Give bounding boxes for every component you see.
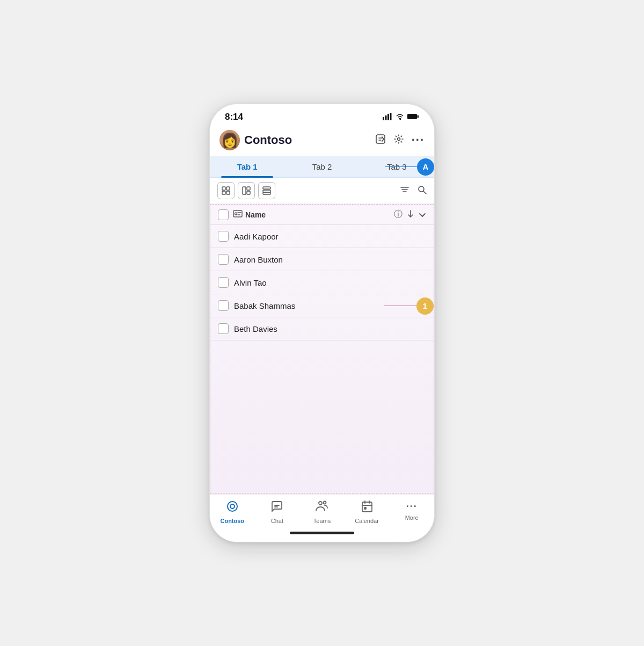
search-icon[interactable] — [417, 185, 427, 197]
nav-more-label: More — [405, 514, 419, 521]
annotation-a-wrapper: A — [385, 158, 434, 176]
list-content: Name ⓘ — [210, 204, 434, 494]
svg-point-29 — [228, 502, 237, 511]
svg-rect-6 — [418, 115, 419, 118]
svg-rect-11 — [222, 191, 225, 194]
row-name-4: Babak Shammas — [234, 301, 295, 310]
svg-rect-14 — [247, 187, 250, 190]
settings-icon[interactable] — [393, 134, 404, 147]
svg-rect-18 — [263, 192, 270, 194]
row-name-5: Beth Davies — [234, 324, 277, 333]
header-actions: ⓘ — [394, 209, 426, 220]
svg-rect-15 — [247, 191, 250, 194]
svg-rect-3 — [390, 113, 392, 120]
babak-row-wrapper: Babak Shammas 1 — [210, 294, 434, 317]
tab-1[interactable]: Tab 1 — [210, 156, 284, 177]
list-toolbar — [210, 178, 434, 204]
svg-line-23 — [423, 191, 426, 194]
nav-teams-label: Teams — [313, 518, 331, 524]
row-checkbox-3[interactable] — [218, 277, 229, 288]
phone-frame: 8:14 Contoso — [209, 104, 435, 542]
wifi-icon — [396, 113, 404, 121]
list-header-row: Name ⓘ — [210, 205, 434, 225]
home-bar — [290, 532, 354, 534]
svg-rect-10 — [226, 187, 230, 190]
list-item[interactable]: Aadi Kapoor — [210, 225, 434, 248]
annotation-1-badge: 1 — [416, 297, 434, 315]
svg-point-34 — [323, 502, 326, 504]
row-checkbox-5[interactable] — [218, 323, 229, 334]
svg-rect-1 — [385, 115, 387, 120]
row-checkbox-1[interactable] — [218, 231, 229, 242]
row-name-2: Aaron Buxton — [234, 255, 283, 264]
row-name-1: Aadi Kapoor — [234, 232, 279, 241]
toolbar-right — [400, 185, 427, 197]
svg-rect-35 — [362, 502, 372, 512]
status-bar: 8:14 — [210, 104, 434, 126]
share-icon[interactable] — [375, 134, 386, 147]
contoso-nav-icon — [226, 500, 239, 516]
info-icon[interactable]: ⓘ — [394, 209, 402, 220]
nav-more[interactable]: ··· More — [389, 500, 434, 524]
calendar-nav-icon — [361, 500, 374, 516]
status-icons — [383, 113, 419, 122]
battery-icon — [407, 113, 419, 121]
bottom-nav: Contoso Chat — [210, 494, 434, 527]
chat-nav-icon — [270, 500, 283, 516]
svg-point-30 — [230, 504, 235, 509]
nav-chat-label: Chat — [271, 518, 283, 524]
row-checkbox-2[interactable] — [218, 254, 229, 265]
toolbar-left — [217, 182, 397, 199]
tabs-annotation-wrapper: Tab 1 Tab 2 Tab 3 A — [210, 156, 434, 178]
svg-rect-2 — [387, 114, 389, 120]
row-name-3: Alvin Tao — [234, 278, 267, 287]
name-card-icon — [233, 210, 243, 220]
nav-chat[interactable]: Chat — [255, 500, 300, 524]
app-title: Contoso — [244, 133, 371, 147]
header-icons: ··· — [375, 134, 425, 147]
col-name-header: Name — [233, 210, 390, 220]
nav-teams[interactable]: Teams — [299, 500, 345, 524]
status-time: 8:14 — [225, 112, 243, 122]
app-header: Contoso ··· — [210, 126, 434, 156]
svg-point-33 — [319, 502, 322, 505]
svg-rect-0 — [383, 117, 384, 120]
sort-down-icon[interactable] — [407, 209, 414, 220]
nav-calendar-label: Calendar — [355, 518, 379, 524]
view-list-btn[interactable] — [238, 182, 255, 199]
svg-rect-13 — [243, 187, 246, 194]
view-grid-btn[interactable] — [217, 182, 235, 199]
list-item[interactable]: Beth Davies — [210, 317, 434, 340]
chevron-down-icon[interactable] — [419, 210, 426, 220]
view-compact-btn[interactable] — [258, 182, 275, 199]
svg-rect-9 — [222, 187, 225, 190]
annotation-1-wrapper: 1 — [384, 297, 434, 315]
list-item[interactable]: Alvin Tao — [210, 271, 434, 294]
svg-point-25 — [235, 213, 237, 215]
list-item[interactable]: Aaron Buxton — [210, 248, 434, 271]
svg-point-8 — [397, 137, 400, 140]
avatar-face — [219, 130, 240, 150]
more-nav-icon: ··· — [406, 500, 418, 513]
home-indicator — [210, 527, 434, 542]
svg-rect-39 — [364, 507, 366, 509]
tab-2[interactable]: Tab 2 — [284, 156, 359, 177]
select-all-checkbox[interactable] — [218, 209, 229, 220]
avatar — [219, 130, 240, 150]
annotation-1-line — [384, 306, 416, 307]
teams-nav-icon — [315, 500, 329, 516]
nav-calendar[interactable]: Calendar — [345, 500, 390, 524]
signal-icon — [383, 113, 392, 122]
annotation-a-line — [385, 166, 417, 168]
annotation-a-badge: A — [417, 158, 434, 176]
col-name-label: Name — [245, 211, 266, 219]
svg-rect-12 — [226, 191, 230, 194]
svg-rect-5 — [407, 114, 417, 119]
svg-rect-16 — [263, 187, 270, 189]
filter-icon[interactable] — [400, 185, 409, 197]
svg-point-4 — [399, 118, 401, 120]
more-options-icon[interactable]: ··· — [412, 134, 425, 146]
nav-contoso-label: Contoso — [220, 518, 244, 524]
nav-contoso[interactable]: Contoso — [210, 500, 255, 524]
row-checkbox-4[interactable] — [218, 300, 229, 311]
